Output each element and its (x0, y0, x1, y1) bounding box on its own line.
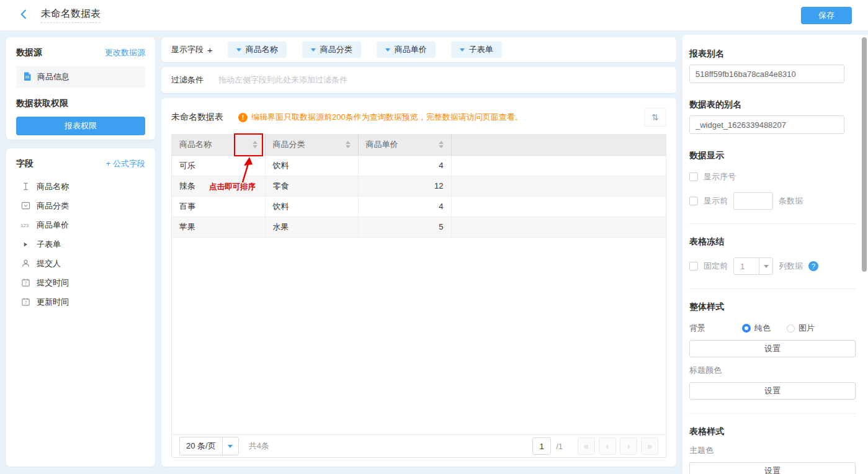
theme-setting-button[interactable]: 设置 (689, 462, 856, 474)
datasource-item[interactable]: 商品信息 (16, 66, 145, 88)
page-number-input[interactable] (532, 437, 551, 455)
display-field-chip[interactable]: 商品单价 (377, 42, 436, 58)
radio-unselected-icon (787, 324, 795, 333)
display-field-chip[interactable]: 商品名称 (228, 42, 287, 58)
add-display-field-icon[interactable]: + (207, 45, 213, 55)
first-page-icon: « (584, 441, 589, 451)
field-list-item[interactable]: 商品名称 (16, 177, 145, 196)
app-root: 未命名数据表 保存 数据源 更改数据源 商品信息 数据获取权限 报表权限 字段 … (0, 0, 868, 474)
field-item-label: 商品单价 (37, 220, 69, 231)
page-size-value: 20 条/页 (180, 437, 222, 455)
chevron-down-icon (460, 48, 465, 51)
date-field-icon: 7 (20, 297, 31, 306)
show-first-prefix: 显示前 (704, 195, 728, 207)
filter-card[interactable]: 过滤条件 拖动左侧字段到此处来添加过滤条件 (161, 67, 676, 93)
page-title[interactable]: 未命名数据表 (41, 7, 101, 23)
show-index-checkbox[interactable] (689, 172, 698, 181)
table-alias-input[interactable] (689, 115, 844, 134)
field-list-item[interactable]: 7更新时间 (16, 292, 145, 311)
warning-icon: ! (238, 113, 248, 122)
scrollbar-thumb[interactable] (862, 37, 867, 272)
column-label: 商品分类 (273, 139, 305, 150)
field-list-item[interactable]: 7提交时间 (16, 273, 145, 292)
report-alias-input[interactable] (689, 65, 844, 83)
svg-text:7: 7 (24, 281, 27, 285)
show-first-checkbox[interactable] (689, 197, 698, 205)
freeze-checkbox[interactable] (689, 262, 698, 271)
annotation-text: 点击即可排序 (209, 182, 256, 192)
table-cell-empty (451, 176, 666, 196)
table-cell: 4 (358, 155, 451, 176)
settings-panel: 报表别名 数据表的别名 数据显示 显示序号 显示前 条数据 表格冻结 固定前 1… (682, 35, 868, 474)
report-permission-button[interactable]: 报表权限 (16, 117, 145, 135)
field-list-item[interactable]: 提交人 (16, 254, 145, 273)
background-setting-button[interactable]: 设置 (689, 340, 856, 357)
show-index-label: 显示序号 (704, 171, 736, 182)
chevron-down-icon (311, 48, 316, 51)
solid-color-label: 纯色 (754, 323, 771, 334)
sort-icon[interactable] (346, 141, 351, 148)
back-button[interactable] (16, 8, 31, 23)
annotation-highlight-box (234, 133, 263, 156)
column-label: 商品单价 (366, 139, 398, 150)
field-list-item[interactable]: 商品分类 (16, 196, 145, 215)
freeze-count-value: 1 (734, 258, 759, 274)
left-sidebar: 数据源 更改数据源 商品信息 数据获取权限 报表权限 字段 + 公式字段 商品名… (6, 37, 155, 467)
help-icon[interactable]: ? (808, 261, 818, 271)
prev-page-icon: ‹ (606, 441, 609, 451)
save-button[interactable]: 保存 (801, 7, 852, 24)
fields-title: 字段 (16, 158, 34, 169)
page-size-select[interactable]: 20 条/页 (179, 437, 239, 455)
filter-label: 过滤条件 (171, 74, 204, 86)
table-header-cell-empty (451, 135, 666, 155)
display-field-chip[interactable]: 子表单 (451, 42, 502, 58)
chevron-down-icon (385, 48, 390, 51)
table-sort-tool-button[interactable]: ⇅ (644, 108, 666, 127)
table-header-cell: 商品分类 (265, 135, 358, 155)
column-label: 商品名称 (179, 139, 212, 150)
next-page-button[interactable]: › (620, 437, 637, 455)
caret-up-icon (439, 141, 444, 144)
chevron-down-icon (759, 258, 772, 274)
field-item-label: 商品分类 (37, 200, 69, 212)
freeze-count-select[interactable]: 1 (733, 257, 773, 275)
field-list-item[interactable]: 123商品单价 (16, 215, 145, 235)
user-field-icon (20, 259, 31, 268)
datasource-card: 数据源 更改数据源 商品信息 数据获取权限 报表权限 (6, 37, 155, 140)
table-cell: 12 (358, 176, 451, 196)
table-cell: 4 (358, 196, 451, 217)
document-icon (22, 71, 32, 83)
top-bar: 未命名数据表 保存 (0, 0, 868, 31)
background-label: 背景 (689, 323, 742, 334)
table-row[interactable]: 苹果水果5 (172, 217, 666, 237)
add-formula-field-link[interactable]: + 公式字段 (106, 158, 145, 169)
table-alias-label: 数据表的别名 (689, 99, 868, 110)
report-alias-label: 报表别名 (689, 48, 868, 60)
solid-color-radio[interactable]: 纯色 (742, 323, 771, 334)
field-item-label: 提交时间 (37, 277, 69, 288)
table-row[interactable]: 百事饮料4 (172, 196, 666, 217)
title-color-label: 标题颜色 (689, 365, 868, 376)
table-cell: 水果 (265, 217, 358, 237)
sort-icon[interactable] (439, 141, 444, 148)
prev-page-button[interactable]: ‹ (599, 437, 616, 455)
svg-text:7: 7 (24, 300, 27, 305)
table-cell: 5 (358, 217, 451, 237)
warning-text: 编辑界面只取数据源前200条作为查询数据预览，完整数据请访问页面查看。 (251, 112, 523, 123)
table-cell: 零食 (265, 176, 358, 196)
date-field-icon: 7 (20, 278, 31, 287)
change-datasource-link[interactable]: 更改数据源 (105, 47, 145, 58)
first-page-button[interactable]: « (578, 437, 595, 455)
table-wrap: 商品名称商品分类商品单价 可乐饮料4辣条零食12百事饮料4苹果水果5 点击即可排… (171, 134, 666, 458)
table-cell: 饮料 (265, 155, 358, 176)
last-page-button[interactable]: » (641, 437, 658, 455)
title-color-setting-button[interactable]: 设置 (689, 382, 856, 400)
total-count: 共4条 (249, 440, 269, 452)
table-style-title: 表格样式 (689, 426, 868, 437)
divider (689, 413, 856, 414)
image-radio[interactable]: 图片 (787, 323, 815, 334)
show-first-count-input[interactable] (733, 192, 773, 210)
text-field-icon (20, 182, 31, 191)
field-list-item[interactable]: 子表单 (16, 235, 145, 254)
display-field-chip[interactable]: 商品分类 (302, 42, 361, 58)
